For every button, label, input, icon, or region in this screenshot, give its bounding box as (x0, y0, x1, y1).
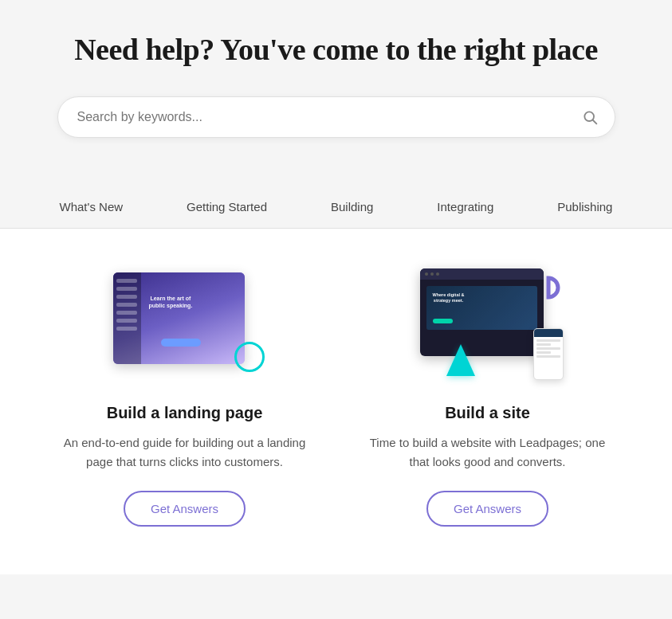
lp-screen-button (161, 339, 201, 347)
search-container (57, 96, 615, 138)
nav-section: What's New Getting Started Building Inte… (0, 186, 672, 229)
svg-line-1 (592, 119, 596, 123)
d-shape-decoration (536, 275, 561, 300)
cone-shape (446, 344, 475, 376)
nav-items: What's New Getting Started Building Inte… (0, 186, 672, 228)
mobile-line (536, 339, 560, 342)
site-screen-content: Where digital &strategy meet. (420, 280, 544, 336)
search-input[interactable] (57, 96, 615, 138)
site-screen-header (420, 268, 544, 280)
mobile-line-3 (536, 355, 560, 358)
mobile-line-short (536, 343, 551, 346)
hero-title: Need help? You've come to the right plac… (16, 32, 656, 69)
mobile-header (534, 329, 563, 337)
search-button[interactable] (579, 106, 601, 128)
build-site-card-title: Build a site (445, 404, 530, 422)
cone-decoration (446, 344, 475, 376)
mobile-content (534, 337, 563, 360)
hero-section: Need help? You've come to the right plac… (0, 0, 672, 186)
landing-page-illustration: Learn the art ofpublic speaking. (105, 261, 265, 380)
nav-item-publishing[interactable]: Publishing (525, 186, 644, 228)
mobile-line-2 (536, 347, 560, 350)
nav-item-whats-new[interactable]: What's New (28, 186, 155, 228)
lp-circle-decoration (234, 342, 265, 372)
build-site-card-description: Time to build a website with Leadpages; … (360, 433, 615, 472)
cards-container: Learn the art ofpublic speaking. Build a… (18, 261, 655, 527)
build-site-get-answers-button[interactable]: Get Answers (426, 491, 548, 527)
site-screen-mockup: Where digital &strategy meet. (420, 268, 544, 356)
landing-page-card: Learn the art ofpublic speaking. Build a… (57, 261, 312, 527)
mobile-line-short-2 (536, 351, 551, 354)
site-hero-button (433, 319, 453, 323)
d-shape-svg (536, 275, 561, 300)
lp-screen-mockup: Learn the art ofpublic speaking. (113, 272, 245, 364)
landing-page-card-title: Build a landing page (107, 404, 263, 422)
content-section: Learn the art ofpublic speaking. Build a… (0, 229, 672, 574)
search-icon (582, 109, 598, 125)
site-hero-bg: Where digital &strategy meet. (426, 286, 537, 330)
nav-item-getting-started[interactable]: Getting Started (155, 186, 299, 228)
landing-page-get-answers-button[interactable]: Get Answers (124, 491, 246, 527)
nav-item-building[interactable]: Building (299, 186, 405, 228)
build-site-card: Where digital &strategy meet. (360, 261, 615, 527)
build-site-illustration: Where digital &strategy meet. (408, 261, 568, 380)
site-hero-text: Where digital &strategy meet. (433, 292, 465, 304)
lp-sidebar (113, 272, 141, 364)
nav-item-integrating[interactable]: Integrating (405, 186, 525, 228)
lp-screen-text: Learn the art ofpublic speaking. (149, 295, 193, 309)
mobile-mockup (533, 328, 564, 380)
landing-page-card-description: An end-to-end guide for building out a l… (57, 433, 312, 472)
